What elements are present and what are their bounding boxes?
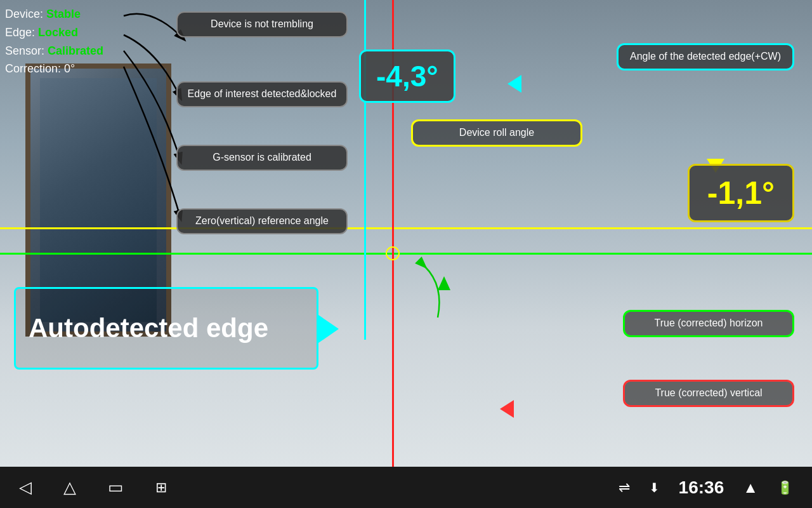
horizontal-green-line <box>0 253 812 255</box>
edge-value: Locked <box>38 26 78 39</box>
camera-view: Device: Stable Edge: Locked Sensor: Cali… <box>0 0 812 467</box>
correction-value: 0° <box>64 62 75 75</box>
nav-right-group: ⇌ ⬇ 16:36 ▲ 🔋 <box>619 478 793 498</box>
device-label: Device: <box>5 8 43 20</box>
edge-label: Edge: <box>5 26 35 39</box>
tooltip-device-roll: Device roll angle <box>411 119 582 147</box>
crosshair <box>386 246 400 260</box>
autodetect-arrow <box>318 315 339 343</box>
device-value: Stable <box>46 8 81 20</box>
tooltip-zero-reference: Zero(vertical) reference angle <box>176 208 348 234</box>
recents-button[interactable]: ▭ <box>108 478 124 497</box>
sensor-label: Sensor: <box>5 44 44 57</box>
roll-angle-display: -1,1° <box>688 164 794 222</box>
autodetected-edge-box: Autodetected edge <box>14 287 318 370</box>
tooltip-true-horizon: True (corrected) horizon <box>623 310 794 337</box>
edge-angle-display: -4,3° <box>359 50 455 103</box>
usb-icon: ⇌ <box>619 479 630 496</box>
tooltip-not-trembling: Device is not trembling <box>176 11 348 37</box>
grid-button[interactable]: ⊞ <box>155 479 167 496</box>
download-icon: ⬇ <box>649 480 660 495</box>
tooltip-angle-of-edge: Angle of the detected edge(+CW) <box>617 43 794 70</box>
tooltip-g-sensor: G-sensor is calibrated <box>176 145 348 171</box>
back-button[interactable]: ◁ <box>19 478 32 497</box>
correction-label: Correction: <box>5 62 61 75</box>
navigation-bar: ◁ △ ▭ ⊞ ⇌ ⬇ 16:36 ▲ 🔋 <box>0 467 812 508</box>
battery-icon: 🔋 <box>777 480 793 495</box>
home-button[interactable]: △ <box>63 478 76 497</box>
signal-icon: ▲ <box>743 479 758 497</box>
autodetected-edge-label: Autodetected edge <box>29 313 268 344</box>
horizontal-yellow-line <box>0 227 812 229</box>
tooltip-true-vertical: True (corrected) vertical <box>623 380 794 407</box>
tooltip-edge-detected: Edge of interest detected&locked <box>176 81 348 107</box>
cyan-arrow <box>508 75 521 93</box>
clock-display: 16:36 <box>679 478 724 498</box>
red-arrow <box>500 400 514 418</box>
nav-left-group: ◁ △ ▭ ⊞ <box>19 478 167 497</box>
status-panel: Device: Stable Edge: Locked Sensor: Cali… <box>5 5 103 78</box>
sensor-value: Calibrated <box>48 44 103 57</box>
green-arrow <box>438 276 450 290</box>
